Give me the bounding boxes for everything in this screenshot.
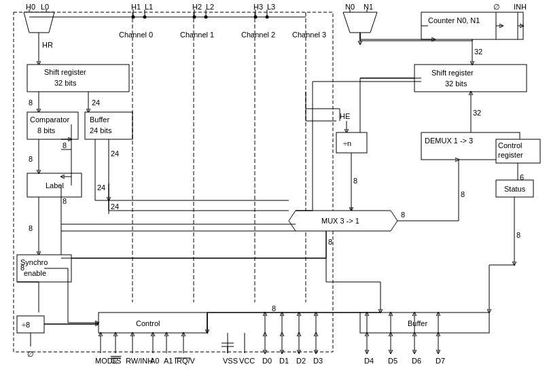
h1-label: H1 xyxy=(131,3,141,11)
bus-8e: 8 xyxy=(63,197,67,205)
bus-24a: 24 xyxy=(92,99,100,107)
bus-8i: 8 xyxy=(272,304,276,313)
ctrl-reg-sublabel: register xyxy=(498,151,523,159)
d1-label: D1 xyxy=(279,357,289,365)
bus-8d: 8 xyxy=(29,224,33,232)
bus-8c: 8 xyxy=(63,141,67,149)
counter-label: Counter N0, N1 xyxy=(428,16,480,24)
buffer24-sublabel: 24 bits xyxy=(90,126,112,135)
h2-label: H2 xyxy=(192,3,202,11)
l2-label: L2 xyxy=(206,3,214,11)
bus-8g: 8 xyxy=(328,238,332,246)
control-label: Control xyxy=(136,319,160,327)
a1-label: A1 xyxy=(164,357,173,365)
bus-24c: 24 xyxy=(111,202,119,211)
synchro-sublabel: enable xyxy=(24,269,46,277)
channel3-label: Channel 3 xyxy=(292,31,326,39)
svg-marker-1 xyxy=(24,12,54,33)
d0-label: D0 xyxy=(262,357,272,365)
d6-label: D6 xyxy=(412,357,421,365)
svg-rect-23 xyxy=(17,316,44,333)
bus-8b: 8 xyxy=(29,155,33,163)
shift-reg-right-sublabel: 32 bits xyxy=(445,79,467,88)
d2-label: D2 xyxy=(296,357,306,365)
h3-label: H3 xyxy=(253,3,263,11)
d3-label: D3 xyxy=(313,357,323,365)
inh-label: INH xyxy=(514,3,527,11)
bus-8l: 8 xyxy=(516,231,520,239)
svg-marker-66 xyxy=(343,12,377,33)
l1-label: L1 xyxy=(145,3,153,11)
bus-32b: 32 xyxy=(473,109,481,117)
bus-8f: 8 xyxy=(353,177,357,185)
mux-label: MUX 3 -> 1 xyxy=(321,217,359,225)
comparator-label: Comparator xyxy=(30,115,69,124)
buffer24-label: Buffer xyxy=(90,115,109,124)
comparator-sublabel: 8 bits xyxy=(37,126,56,135)
h0-label: H0 xyxy=(26,3,35,11)
demux-label: DEMUX 1 -> 3 xyxy=(425,137,473,145)
div8-left-label: ÷8 xyxy=(22,321,30,329)
n1-label: N1 xyxy=(364,3,373,11)
d7-label: D7 xyxy=(436,357,445,365)
he-label: HE xyxy=(340,112,350,120)
status-label: Status xyxy=(504,185,526,193)
bus-8a: 8 xyxy=(29,99,33,107)
shift-reg-left-label: Shift register xyxy=(44,68,86,76)
diagram-container: H0 L0 HR Shift register 32 bits 8 24 Com… xyxy=(0,0,549,392)
buffer-bottom-label: Buffer xyxy=(408,319,427,327)
channel1-label: Channel 1 xyxy=(180,31,214,39)
bus-24-vert: 24 xyxy=(97,183,105,192)
shift-reg-right-label: Shift register xyxy=(431,69,474,77)
rw-inh-label: RW/INH xyxy=(126,357,153,365)
vcc-label: VCC xyxy=(239,357,255,365)
phi-bottom-label: ∅ xyxy=(27,350,34,358)
bus-8j: 8 xyxy=(461,190,465,198)
vss-label: VSS xyxy=(223,357,238,365)
bus-8-synchro: 8 xyxy=(20,264,24,272)
bus-32: 32 xyxy=(474,48,482,56)
bus-24b: 24 xyxy=(111,149,119,158)
div-n-label: ÷n xyxy=(343,139,351,147)
d5-label: D5 xyxy=(388,357,397,365)
channel0-label: Channel 0 xyxy=(119,31,153,39)
shift-reg-left-sublabel: 32 bits xyxy=(54,79,77,87)
bus-8h: 8 xyxy=(401,211,405,219)
channel2-label: Channel 2 xyxy=(241,31,275,39)
d4-label: D4 xyxy=(364,357,374,365)
svg-rect-85 xyxy=(336,132,367,153)
ctrl-reg-label: Control xyxy=(498,141,522,149)
l0-label: L0 xyxy=(41,3,49,11)
phi-top-label: ∅ xyxy=(493,3,500,11)
hr-label: HR xyxy=(42,41,53,49)
l3-label: L3 xyxy=(267,3,275,11)
a0-label: A0 xyxy=(150,357,159,365)
